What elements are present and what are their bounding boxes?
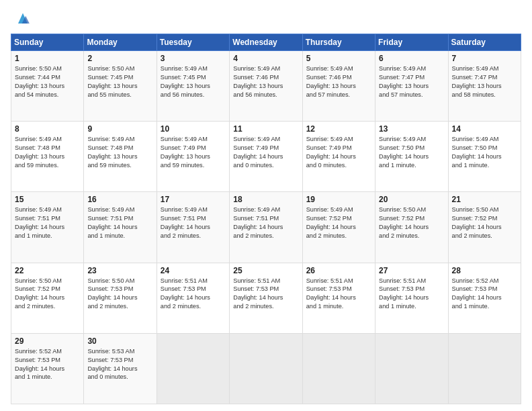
cell-content: Sunrise: 5:49 AM Sunset: 7:51 PM Dayligh… <box>15 205 80 240</box>
calendar-cell: 16Sunrise: 5:49 AM Sunset: 7:51 PM Dayli… <box>84 192 157 263</box>
calendar-cell: 1Sunrise: 5:50 AM Sunset: 7:44 PM Daylig… <box>11 51 84 122</box>
calendar-cell: 24Sunrise: 5:51 AM Sunset: 7:53 PM Dayli… <box>157 263 229 333</box>
cell-content: Sunrise: 5:51 AM Sunset: 7:53 PM Dayligh… <box>233 277 298 312</box>
day-number: 1 <box>15 54 80 63</box>
day-number: 26 <box>306 266 371 275</box>
day-number: 20 <box>379 195 444 204</box>
day-number: 17 <box>161 195 226 204</box>
cell-content: Sunrise: 5:51 AM Sunset: 7:53 PM Dayligh… <box>306 277 371 312</box>
day-number: 11 <box>233 124 298 134</box>
day-number: 23 <box>87 266 152 275</box>
day-number: 24 <box>161 266 226 275</box>
calendar-cell: 4Sunrise: 5:49 AM Sunset: 7:46 PM Daylig… <box>230 51 302 122</box>
cell-content: Sunrise: 5:49 AM Sunset: 7:47 PM Dayligh… <box>379 64 444 99</box>
weekday-header-saturday: Saturday <box>448 34 521 51</box>
day-number: 13 <box>379 124 444 134</box>
calendar-cell: 14Sunrise: 5:49 AM Sunset: 7:50 PM Dayli… <box>448 122 521 192</box>
day-number: 3 <box>161 54 226 63</box>
calendar-cell: 18Sunrise: 5:49 AM Sunset: 7:51 PM Dayli… <box>230 192 302 263</box>
day-number: 10 <box>161 124 226 134</box>
calendar-cell: 20Sunrise: 5:50 AM Sunset: 7:52 PM Dayli… <box>375 192 448 263</box>
weekday-header-sunday: Sunday <box>11 34 84 51</box>
calendar-cell <box>448 333 521 404</box>
page: SundayMondayTuesdayWednesdayThursdayFrid… <box>0 0 532 411</box>
weekday-header-tuesday: Tuesday <box>157 34 229 51</box>
calendar-cell: 11Sunrise: 5:49 AM Sunset: 7:49 PM Dayli… <box>230 122 302 192</box>
day-number: 2 <box>87 54 152 63</box>
calendar-cell <box>230 333 302 404</box>
calendar-cell: 12Sunrise: 5:49 AM Sunset: 7:49 PM Dayli… <box>302 122 375 192</box>
calendar-cell: 3Sunrise: 5:49 AM Sunset: 7:45 PM Daylig… <box>157 51 229 122</box>
day-number: 29 <box>15 336 80 346</box>
calendar-cell: 6Sunrise: 5:49 AM Sunset: 7:47 PM Daylig… <box>375 51 448 122</box>
weekday-header-wednesday: Wednesday <box>230 34 302 51</box>
cell-content: Sunrise: 5:53 AM Sunset: 7:53 PM Dayligh… <box>87 347 152 382</box>
calendar-cell: 8Sunrise: 5:49 AM Sunset: 7:48 PM Daylig… <box>11 122 84 192</box>
calendar-cell: 26Sunrise: 5:51 AM Sunset: 7:53 PM Dayli… <box>302 263 375 333</box>
cell-content: Sunrise: 5:49 AM Sunset: 7:46 PM Dayligh… <box>306 64 371 99</box>
cell-content: Sunrise: 5:49 AM Sunset: 7:50 PM Dayligh… <box>452 135 517 170</box>
calendar-cell: 17Sunrise: 5:49 AM Sunset: 7:51 PM Dayli… <box>157 192 229 263</box>
cell-content: Sunrise: 5:52 AM Sunset: 7:53 PM Dayligh… <box>15 347 80 382</box>
day-number: 22 <box>15 266 80 275</box>
cell-content: Sunrise: 5:50 AM Sunset: 7:44 PM Dayligh… <box>15 64 80 99</box>
day-number: 6 <box>379 54 444 63</box>
cell-content: Sunrise: 5:49 AM Sunset: 7:49 PM Dayligh… <box>306 135 371 170</box>
day-number: 30 <box>87 336 152 346</box>
day-number: 9 <box>87 124 152 134</box>
calendar-cell: 29Sunrise: 5:52 AM Sunset: 7:53 PM Dayli… <box>11 333 84 404</box>
day-number: 16 <box>87 195 152 204</box>
cell-content: Sunrise: 5:49 AM Sunset: 7:51 PM Dayligh… <box>87 205 152 240</box>
day-number: 12 <box>306 124 371 134</box>
logo <box>11 9 32 28</box>
cell-content: Sunrise: 5:50 AM Sunset: 7:52 PM Dayligh… <box>15 277 80 312</box>
calendar-cell: 9Sunrise: 5:49 AM Sunset: 7:48 PM Daylig… <box>84 122 157 192</box>
calendar-cell: 23Sunrise: 5:50 AM Sunset: 7:53 PM Dayli… <box>84 263 157 333</box>
logo-icon <box>13 9 32 28</box>
calendar-cell: 10Sunrise: 5:49 AM Sunset: 7:49 PM Dayli… <box>157 122 229 192</box>
cell-content: Sunrise: 5:49 AM Sunset: 7:51 PM Dayligh… <box>233 205 298 240</box>
day-number: 21 <box>452 195 517 204</box>
cell-content: Sunrise: 5:50 AM Sunset: 7:52 PM Dayligh… <box>452 205 517 240</box>
calendar-cell: 27Sunrise: 5:51 AM Sunset: 7:53 PM Dayli… <box>375 263 448 333</box>
cell-content: Sunrise: 5:50 AM Sunset: 7:45 PM Dayligh… <box>87 64 152 99</box>
cell-content: Sunrise: 5:49 AM Sunset: 7:46 PM Dayligh… <box>233 64 298 99</box>
cell-content: Sunrise: 5:49 AM Sunset: 7:45 PM Dayligh… <box>161 64 226 99</box>
calendar-cell: 22Sunrise: 5:50 AM Sunset: 7:52 PM Dayli… <box>11 263 84 333</box>
weekday-header-monday: Monday <box>84 34 157 51</box>
calendar-cell: 5Sunrise: 5:49 AM Sunset: 7:46 PM Daylig… <box>302 51 375 122</box>
cell-content: Sunrise: 5:51 AM Sunset: 7:53 PM Dayligh… <box>161 277 226 312</box>
day-number: 25 <box>233 266 298 275</box>
day-number: 28 <box>452 266 517 275</box>
calendar-cell: 28Sunrise: 5:52 AM Sunset: 7:53 PM Dayli… <box>448 263 521 333</box>
cell-content: Sunrise: 5:49 AM Sunset: 7:47 PM Dayligh… <box>452 64 517 99</box>
cell-content: Sunrise: 5:49 AM Sunset: 7:48 PM Dayligh… <box>87 135 152 170</box>
cell-content: Sunrise: 5:51 AM Sunset: 7:53 PM Dayligh… <box>379 277 444 312</box>
day-number: 27 <box>379 266 444 275</box>
cell-content: Sunrise: 5:52 AM Sunset: 7:53 PM Dayligh… <box>452 277 517 312</box>
day-number: 7 <box>452 54 517 63</box>
day-number: 19 <box>306 195 371 204</box>
cell-content: Sunrise: 5:50 AM Sunset: 7:52 PM Dayligh… <box>379 205 444 240</box>
day-number: 14 <box>452 124 517 134</box>
calendar-cell: 30Sunrise: 5:53 AM Sunset: 7:53 PM Dayli… <box>84 333 157 404</box>
calendar-cell <box>157 333 229 404</box>
calendar-cell: 2Sunrise: 5:50 AM Sunset: 7:45 PM Daylig… <box>84 51 157 122</box>
cell-content: Sunrise: 5:49 AM Sunset: 7:49 PM Dayligh… <box>161 135 226 170</box>
cell-content: Sunrise: 5:50 AM Sunset: 7:53 PM Dayligh… <box>87 277 152 312</box>
header <box>11 9 521 28</box>
day-number: 4 <box>233 54 298 63</box>
calendar-cell: 21Sunrise: 5:50 AM Sunset: 7:52 PM Dayli… <box>448 192 521 263</box>
day-number: 15 <box>15 195 80 204</box>
calendar-cell: 25Sunrise: 5:51 AM Sunset: 7:53 PM Dayli… <box>230 263 302 333</box>
calendar-cell <box>302 333 375 404</box>
weekday-header-thursday: Thursday <box>302 34 375 51</box>
calendar-table: SundayMondayTuesdayWednesdayThursdayFrid… <box>11 34 521 404</box>
calendar-cell: 15Sunrise: 5:49 AM Sunset: 7:51 PM Dayli… <box>11 192 84 263</box>
cell-content: Sunrise: 5:49 AM Sunset: 7:52 PM Dayligh… <box>306 205 371 240</box>
weekday-header-friday: Friday <box>375 34 448 51</box>
calendar-cell: 19Sunrise: 5:49 AM Sunset: 7:52 PM Dayli… <box>302 192 375 263</box>
cell-content: Sunrise: 5:49 AM Sunset: 7:51 PM Dayligh… <box>161 205 226 240</box>
calendar-cell: 13Sunrise: 5:49 AM Sunset: 7:50 PM Dayli… <box>375 122 448 192</box>
cell-content: Sunrise: 5:49 AM Sunset: 7:49 PM Dayligh… <box>233 135 298 170</box>
